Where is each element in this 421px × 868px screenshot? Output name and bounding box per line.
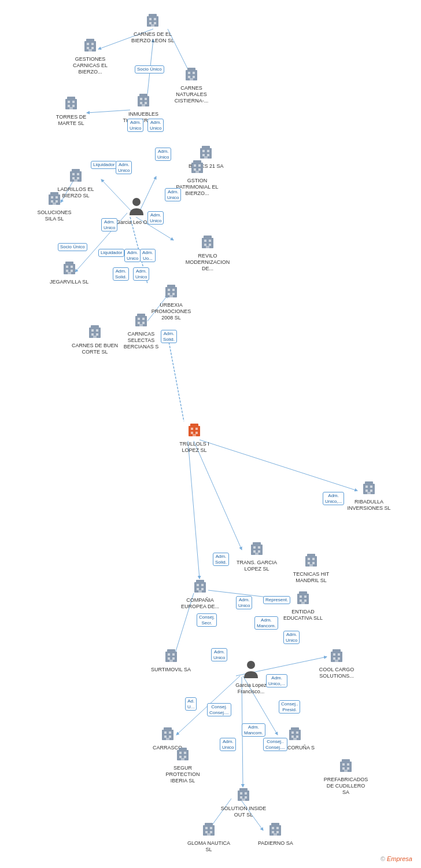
- badge-15[interactable]: Adm.Solid.: [161, 330, 177, 343]
- svg-rect-121: [93, 336, 97, 338]
- badge-22[interactable]: Adm.Unico: [283, 631, 300, 644]
- svg-rect-212: [245, 796, 247, 799]
- badge-1[interactable]: Adm.Unico: [127, 119, 143, 132]
- badge-4[interactable]: Liquidador: [91, 161, 117, 169]
- badge-30[interactable]: Consej..Consej....: [263, 738, 287, 751]
- svg-line-14: [194, 441, 242, 550]
- svg-rect-106: [172, 293, 175, 295]
- svg-rect-165: [167, 649, 175, 653]
- node-solution_inside: SOLUTION INSIDE OUT SL: [220, 787, 267, 818]
- node-label-prefabricados: PREFABRICADOS DE CUDILLERO SA: [323, 777, 369, 795]
- badge-3[interactable]: Adm.Unico: [155, 148, 171, 161]
- badge-5[interactable]: Adm.Unico: [116, 161, 132, 174]
- svg-rect-161: [300, 599, 302, 602]
- badge-7[interactable]: Adm.Unico: [147, 211, 164, 225]
- svg-rect-226: [276, 831, 279, 833]
- building-icon-gestion_patri: [189, 159, 205, 176]
- badge-0[interactable]: Socio Único: [135, 65, 164, 73]
- svg-rect-50: [69, 107, 73, 109]
- node-tecnicas_hit: TECNICAS HIT MANDRIL SL: [288, 553, 334, 584]
- node-trullols: TRULLOLS I LOPEZ SL: [171, 422, 217, 454]
- building-icon-revilo: [200, 234, 216, 252]
- badge-19[interactable]: Represent.: [263, 596, 290, 604]
- building-icon-trullols: [186, 422, 202, 440]
- svg-rect-196: [296, 731, 298, 734]
- badge-23[interactable]: Adm.Unico: [211, 648, 227, 661]
- svg-rect-82: [56, 196, 58, 198]
- svg-rect-117: [91, 329, 94, 332]
- svg-rect-71: [195, 171, 199, 173]
- svg-rect-205: [347, 767, 349, 770]
- badge-11[interactable]: Adm.Unico: [124, 249, 141, 262]
- svg-rect-84: [56, 200, 58, 203]
- badge-14[interactable]: Adm.Unico: [133, 267, 149, 281]
- badge-6[interactable]: Adm.Unico: [165, 188, 181, 201]
- node-segur_protection: SEGUR PROTECTION IBERIA SL: [160, 746, 206, 784]
- badge-27[interactable]: Adm.Mancom.: [242, 723, 265, 737]
- svg-rect-55: [140, 102, 142, 104]
- building-icon-soluciones_sila: [46, 191, 62, 208]
- svg-rect-124: [191, 428, 193, 430]
- node-carnes_bierzo: CARNES DE EL BIERZO LEON SL: [130, 13, 176, 44]
- svg-rect-74: [72, 173, 75, 175]
- badge-16[interactable]: Adm.Unico,...: [323, 492, 344, 505]
- badge-2[interactable]: Adm.Unico: [147, 119, 164, 132]
- svg-rect-180: [164, 727, 172, 731]
- building-icon-prefabricados: [338, 758, 354, 775]
- svg-rect-66: [193, 160, 201, 164]
- svg-rect-103: [168, 289, 170, 291]
- node-entidad_educ: ENTIDAD EDUCATIVA SLL: [280, 590, 326, 621]
- badge-8[interactable]: Adm.Unico: [101, 218, 117, 231]
- building-icon-torres_marte: [63, 95, 79, 113]
- svg-rect-126: [191, 432, 193, 434]
- node-trans_garcia: TRANS. GARCIA LOPEZ SL: [234, 541, 280, 572]
- svg-rect-61: [207, 150, 209, 152]
- node-soluciones_sila: SOLUCIONES SILA SL: [31, 191, 77, 222]
- svg-rect-175: [338, 653, 340, 656]
- node-label-carnicas_selectas: CARNICAS SELECTAS BERCIANAS S: [118, 331, 164, 350]
- svg-rect-162: [304, 599, 306, 602]
- svg-rect-197: [291, 735, 294, 738]
- node-label-solution_inside: SOLUTION INSIDE OUT SL: [220, 806, 267, 818]
- svg-rect-219: [210, 831, 212, 833]
- building-icon-cool_cargo: [328, 648, 345, 665]
- badge-26[interactable]: Consej.Consej....: [207, 703, 231, 716]
- svg-rect-176: [333, 657, 335, 660]
- node-label-soluciones_sila: SOLUCIONES SILA SL: [31, 209, 77, 222]
- svg-rect-187: [179, 748, 187, 751]
- svg-rect-42: [193, 76, 195, 78]
- badge-28[interactable]: Adm.Unico: [220, 738, 236, 751]
- badge-12[interactable]: Adm.Uo...: [140, 249, 156, 262]
- building-icon-trans_garcia: [249, 541, 265, 558]
- svg-rect-107: [169, 295, 173, 297]
- svg-rect-188: [179, 752, 182, 754]
- badge-20[interactable]: Consej.Secr.: [197, 613, 217, 627]
- person-icon-garcia_lopez: [243, 660, 259, 681]
- badge-25[interactable]: Ad.U...: [185, 697, 197, 711]
- svg-rect-135: [367, 492, 371, 494]
- svg-rect-206: [344, 770, 348, 772]
- building-icon-jegarvilla: [61, 260, 77, 278]
- svg-line-13: [188, 441, 200, 579]
- svg-rect-76: [72, 177, 75, 179]
- svg-rect-102: [167, 285, 175, 288]
- svg-rect-145: [197, 584, 199, 586]
- badge-10[interactable]: Liquidador: [98, 249, 124, 257]
- node-buen_corte: CARNES DE BUEN CORTE SL: [72, 324, 118, 355]
- svg-rect-147: [197, 588, 199, 590]
- building-icon-segur_protection: [175, 746, 191, 764]
- node-carnicas_selectas: CARNICAS SELECTAS BERCIANAS S: [118, 312, 164, 350]
- svg-rect-202: [342, 763, 345, 766]
- badge-13[interactable]: Adm.Solid.: [113, 267, 129, 281]
- svg-rect-227: [274, 833, 277, 836]
- badge-24[interactable]: Adm.Unico,...: [266, 674, 287, 687]
- badge-21[interactable]: Adm.Mancom.: [254, 616, 278, 630]
- badge-29[interactable]: Consej..Presid.: [279, 700, 300, 713]
- svg-rect-149: [198, 590, 202, 593]
- svg-rect-75: [77, 173, 79, 175]
- badge-18[interactable]: Adm.Unico: [236, 596, 252, 609]
- svg-rect-210: [245, 792, 247, 795]
- badge-17[interactable]: Adm.Solid.: [213, 553, 229, 566]
- svg-rect-203: [347, 763, 349, 766]
- badge-9[interactable]: Socio Único: [58, 243, 87, 251]
